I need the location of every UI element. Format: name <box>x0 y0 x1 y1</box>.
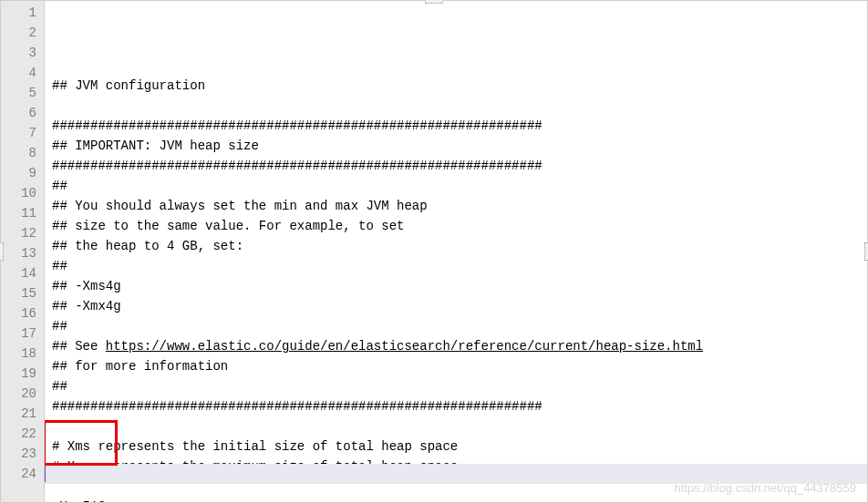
code-line[interactable]: ## <box>52 316 867 336</box>
line-number: 9 <box>5 163 36 183</box>
line-number: 3 <box>5 43 36 63</box>
code-line[interactable]: ########################################… <box>52 156 867 176</box>
code-line[interactable]: ## -Xmx4g <box>52 296 867 316</box>
line-number: 7 <box>5 123 36 143</box>
line-number: 17 <box>5 323 36 344</box>
code-line[interactable]: ## JVM configuration <box>52 76 867 96</box>
line-number-gutter: 123456789101112131415161718192021222324 <box>1 1 45 502</box>
line-number: 6 <box>5 103 36 123</box>
code-editor[interactable]: 123456789101112131415161718192021222324 … <box>0 0 868 503</box>
line-number: 12 <box>5 223 36 243</box>
right-resize-handle[interactable] <box>864 242 868 261</box>
line-number: 21 <box>5 404 36 424</box>
line-number: 1 <box>5 3 36 23</box>
code-content-area[interactable]: ## JVM configuration####################… <box>45 1 867 502</box>
code-line[interactable]: -Xms512m <box>52 497 867 502</box>
code-line[interactable]: ## the heap to 4 GB, set: <box>52 236 867 256</box>
hyperlink[interactable]: https://www.elastic.co/guide/en/elastics… <box>106 339 703 354</box>
left-resize-handle[interactable] <box>0 242 4 261</box>
code-line[interactable]: ## <box>52 376 867 396</box>
line-number: 14 <box>5 263 36 283</box>
code-line[interactable] <box>52 416 867 436</box>
line-number: 10 <box>5 183 36 203</box>
line-number: 16 <box>5 303 36 323</box>
code-line[interactable]: ## for more information <box>52 356 867 376</box>
code-line[interactable] <box>52 96 867 116</box>
line-number: 18 <box>5 344 36 364</box>
text-caret <box>45 466 46 482</box>
line-number: 11 <box>5 203 36 223</box>
line-number: 24 <box>5 464 36 484</box>
line-number: 23 <box>5 444 36 464</box>
current-line-highlight <box>45 464 867 484</box>
line-number: 13 <box>5 243 36 263</box>
line-number: 19 <box>5 364 36 384</box>
code-line[interactable]: ## <box>52 176 867 196</box>
code-line[interactable]: ## size to the same value. For example, … <box>52 216 867 236</box>
line-number: 8 <box>5 143 36 163</box>
line-number: 15 <box>5 283 36 303</box>
code-line[interactable]: ########################################… <box>52 116 867 136</box>
line-number: 4 <box>5 63 36 83</box>
code-line[interactable]: # Xms represents the initial size of tot… <box>52 436 867 457</box>
line-number: 22 <box>5 424 36 444</box>
top-ruler-handle[interactable] <box>425 0 443 4</box>
code-line[interactable]: ########################################… <box>52 396 867 416</box>
code-text: ## See <box>52 339 106 354</box>
code-line[interactable]: ## -Xms4g <box>52 276 867 296</box>
code-line[interactable]: ## See https://www.elastic.co/guide/en/e… <box>52 336 867 356</box>
code-line[interactable]: ## <box>52 256 867 276</box>
code-line[interactable]: ## You should always set the min and max… <box>52 196 867 216</box>
line-number: 5 <box>5 83 36 103</box>
line-number: 2 <box>5 23 36 43</box>
line-number: 20 <box>5 384 36 404</box>
code-line[interactable]: ## IMPORTANT: JVM heap size <box>52 136 867 156</box>
